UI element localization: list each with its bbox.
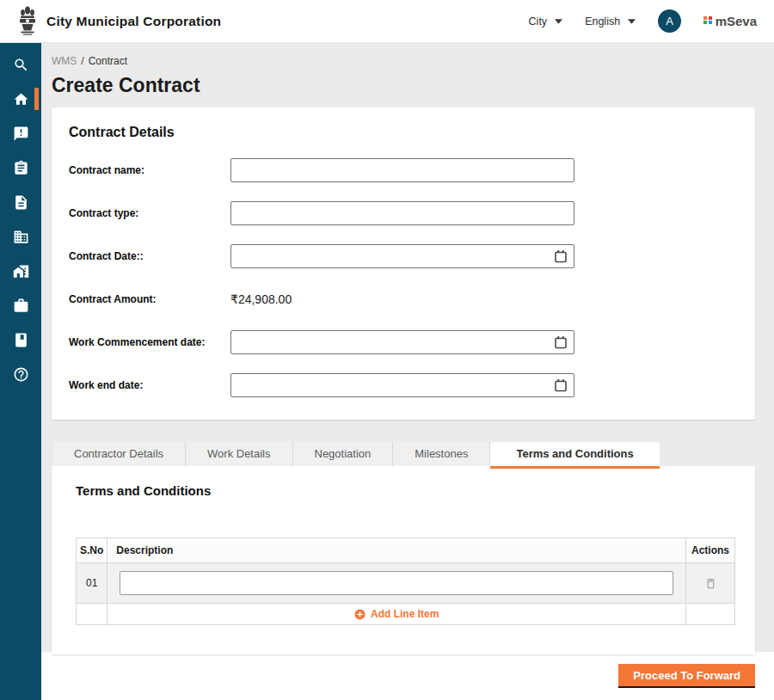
- breadcrumb: WMS/Contract: [52, 55, 755, 67]
- tab-work-details[interactable]: Work Details: [186, 442, 292, 466]
- city-selector[interactable]: City: [529, 15, 563, 28]
- contract-details-card: Contract Details Contract name: Contract…: [52, 107, 755, 420]
- contract-type-label: Contract type:: [69, 207, 230, 219]
- header-right: City English A mSeva: [529, 9, 757, 33]
- form-row-contract-type: Contract type:: [69, 201, 738, 225]
- home-work-icon: [13, 263, 29, 279]
- bookmark-icon: [13, 332, 29, 348]
- contract-date-input[interactable]: [230, 244, 574, 268]
- sidebar-item-home[interactable]: [0, 82, 41, 116]
- sidebar-item-documents[interactable]: [0, 185, 41, 219]
- form-row-contract-amount: Contract Amount: ₹24,908.00: [69, 287, 738, 311]
- app-title: City Municipal Corporation: [46, 14, 221, 29]
- main-content: WMS/Contract Create Contract Contract De…: [41, 43, 774, 700]
- tab-milestones[interactable]: Milestones: [393, 442, 490, 466]
- page-title: Create Contract: [52, 74, 755, 97]
- chevron-down-icon: [628, 19, 636, 24]
- work-commencement-date-input[interactable]: [230, 330, 574, 354]
- sidebar-item-masters[interactable]: [0, 322, 41, 357]
- tab-contractor-details[interactable]: Contractor Details: [52, 442, 186, 466]
- sidebar-item-search[interactable]: [0, 47, 41, 82]
- contract-name-input[interactable]: [230, 158, 574, 182]
- breadcrumb-separator: /: [81, 55, 83, 67]
- contract-amount-value: ₹24,908.00: [230, 292, 292, 306]
- terms-and-conditions-heading: Terms and Conditions: [76, 483, 735, 498]
- language-selector-label: English: [585, 15, 620, 28]
- work-end-date-label: Work end date:: [69, 379, 230, 391]
- terms-and-conditions-panel: Terms and Conditions S.No Description Ac…: [52, 466, 755, 654]
- avatar[interactable]: A: [658, 9, 681, 33]
- home-icon: [13, 91, 29, 107]
- clipboard-icon: [13, 160, 29, 176]
- empty-cell: [686, 604, 735, 625]
- form-row-contract-name: Contract name:: [69, 158, 738, 182]
- form-row-work-commencement-date: Work Commencement date:: [69, 330, 738, 354]
- form-row-work-end-date: Work end date:: [69, 373, 738, 397]
- table-row: 01: [77, 563, 735, 604]
- mseva-dots-icon: [703, 16, 712, 25]
- tab-bar: Contractor Details Work Details Negotiat…: [52, 442, 755, 466]
- add-line-item-button[interactable]: Add Line Item: [108, 608, 685, 620]
- contract-amount-label: Contract Amount:: [69, 293, 230, 305]
- sidebar-item-organisation[interactable]: [0, 219, 41, 254]
- empty-cell: [77, 604, 108, 625]
- contract-date-label: Contract Date::: [69, 250, 230, 262]
- breadcrumb-root[interactable]: WMS: [52, 55, 77, 67]
- sidebar-item-help[interactable]: [0, 357, 41, 391]
- sidebar-item-estate[interactable]: [0, 254, 41, 288]
- work-end-date-input[interactable]: [230, 373, 574, 397]
- contract-type-input[interactable]: [230, 201, 574, 225]
- breadcrumb-current: Contract: [89, 55, 127, 67]
- sidebar-item-assignments[interactable]: [0, 150, 41, 185]
- tab-negotiation[interactable]: Negotiation: [293, 442, 394, 466]
- proceed-to-forward-button[interactable]: Proceed To Forward: [618, 664, 755, 688]
- add-line-item-label: Add Line Item: [371, 608, 439, 620]
- calendar-icon[interactable]: [554, 378, 568, 392]
- description-input[interactable]: [120, 571, 673, 595]
- form-row-contract-date: Contract Date::: [69, 244, 738, 268]
- contract-name-label: Contract name:: [69, 164, 230, 176]
- document-icon: [13, 194, 29, 211]
- app-header: City Municipal Corporation City English …: [0, 0, 774, 43]
- column-actions: Actions: [686, 538, 735, 563]
- national-emblem-icon: [17, 6, 38, 37]
- table-header-row: S.No Description Actions: [77, 538, 735, 563]
- row-actions-cell: [686, 563, 735, 604]
- work-commencement-date-label: Work Commencement date:: [69, 336, 230, 348]
- active-indicator: [34, 88, 39, 110]
- column-description: Description: [108, 538, 686, 563]
- language-selector[interactable]: English: [585, 15, 636, 28]
- sidebar-item-complaints[interactable]: [0, 116, 41, 150]
- chevron-down-icon: [555, 19, 562, 24]
- terms-table: S.No Description Actions 01: [76, 537, 735, 625]
- mseva-logo: mSeva: [703, 14, 757, 28]
- announcement-icon: [13, 126, 29, 142]
- tab-terms-and-conditions[interactable]: Terms and Conditions: [490, 442, 659, 466]
- briefcase-icon: [13, 298, 29, 314]
- brand-left: City Municipal Corporation: [17, 6, 221, 37]
- help-icon: [13, 366, 29, 383]
- calendar-icon[interactable]: [554, 335, 568, 349]
- mseva-brand-text: mSeva: [716, 14, 757, 28]
- calendar-icon[interactable]: [554, 249, 568, 263]
- action-bar: Proceed To Forward: [41, 652, 774, 700]
- contract-details-heading: Contract Details: [69, 125, 738, 140]
- plus-circle-icon: [354, 609, 366, 620]
- delete-icon[interactable]: [704, 577, 717, 590]
- row-sno: 01: [77, 563, 108, 604]
- column-sno: S.No: [77, 538, 108, 563]
- add-line-item-cell: Add Line Item: [108, 604, 686, 625]
- city-selector-label: City: [529, 15, 548, 28]
- sidebar-item-works[interactable]: [0, 288, 41, 322]
- sidebar: [0, 43, 41, 700]
- building-icon: [13, 229, 29, 245]
- search-icon: [13, 57, 29, 73]
- row-description-cell: [108, 563, 686, 604]
- add-line-item-row: Add Line Item: [77, 604, 735, 625]
